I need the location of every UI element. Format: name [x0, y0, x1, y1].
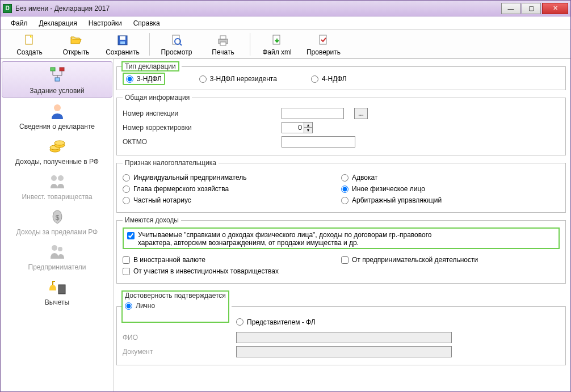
- tool-preview[interactable]: Просмотр: [153, 32, 200, 56]
- coins-icon: [47, 136, 68, 157]
- radio-advocate[interactable]: Адвокат: [341, 174, 560, 182]
- minimize-button[interactable]: —: [501, 3, 520, 14]
- input-inspection[interactable]: [282, 108, 344, 119]
- radio-4ndfl[interactable]: 4-НДФЛ: [311, 75, 347, 83]
- input-oktmo[interactable]: [282, 136, 355, 147]
- radio-3ndfl-nonres-input[interactable]: [199, 75, 207, 83]
- svg-point-21: [51, 175, 57, 181]
- menu-file[interactable]: Файл: [6, 18, 32, 29]
- spinner-correction[interactable]: ▲▼: [282, 122, 313, 133]
- maximize-button[interactable]: ▢: [522, 3, 541, 14]
- body-area: Задание условий Сведения о декларанте До…: [1, 58, 570, 391]
- check-spravki-input[interactable]: [127, 232, 135, 239]
- money-bag-icon: $: [47, 206, 68, 227]
- app-window: D Без имени - Декларация 2017 — ▢ ✕ Файл…: [0, 0, 571, 392]
- radio-self[interactable]: Лично: [125, 302, 155, 310]
- check-spravki[interactable]: Учитываемые "справками о доходах физичес…: [127, 231, 555, 247]
- radio-other-person[interactable]: Иное физическое лицо: [341, 185, 560, 193]
- new-file-icon: [23, 33, 36, 47]
- inspection-lookup-button[interactable]: ...: [354, 108, 368, 119]
- radio-repr-input[interactable]: [236, 318, 243, 326]
- radio-ip[interactable]: Индивидуальный предприниматель: [123, 174, 341, 182]
- radio-repr[interactable]: Представителем - ФЛ: [236, 318, 316, 326]
- legend-trust: Достоверность подтверждается: [125, 292, 226, 300]
- menu-settings[interactable]: Настройки: [84, 18, 127, 29]
- menubar: Файл Декларация Настройки Справка: [1, 16, 570, 30]
- tool-print[interactable]: Печать: [200, 32, 246, 56]
- check-foreign-input[interactable]: [123, 256, 130, 264]
- radio-label: Представителем - ФЛ: [247, 318, 316, 326]
- invest-icon: [47, 171, 68, 192]
- radio-arbitr[interactable]: Арбитражный управляющий: [341, 196, 560, 204]
- sidebar-label: Вычеты: [45, 298, 69, 306]
- menu-help[interactable]: Справка: [129, 18, 165, 29]
- radio-3ndfl-input[interactable]: [126, 75, 133, 83]
- svg-text:$: $: [55, 214, 59, 222]
- radio-3ndfl-nonres[interactable]: 3-НДФЛ нерезидента: [199, 75, 277, 83]
- svg-line-7: [180, 44, 182, 45]
- sidebar-label: Доходы за пределами РФ: [16, 228, 98, 236]
- check-label: Учитываемые "справками о доходах физичес…: [138, 231, 444, 247]
- svg-rect-12: [320, 35, 326, 44]
- radio-ip-input[interactable]: [123, 174, 130, 182]
- spin-down[interactable]: ▼: [304, 128, 312, 133]
- radio-notary-input[interactable]: [123, 197, 130, 204]
- svg-rect-3: [120, 36, 125, 40]
- input-correction[interactable]: [282, 122, 304, 133]
- fieldset-decl-type: Тип декларации 3-НДФЛ 3-НДФЛ нерезидента…: [116, 61, 566, 90]
- sidebar-label: Доходы, полученные в РФ: [15, 158, 99, 166]
- check-invest-income-input[interactable]: [123, 268, 130, 275]
- fieldset-income: Имеются доходы Учитываемые "справками о …: [116, 216, 566, 284]
- spin-up[interactable]: ▲: [304, 123, 312, 128]
- tool-check[interactable]: Проверить: [300, 32, 347, 56]
- sidebar-item-income-abroad[interactable]: $ Доходы за пределами РФ: [2, 203, 112, 238]
- check-business[interactable]: От предпринимательской деятельности: [341, 256, 560, 264]
- radio-label: Частный нотариус: [133, 196, 191, 204]
- close-button[interactable]: ✕: [542, 3, 568, 14]
- fieldset-taxpayer: Признак налогоплательщика Индивидуальный…: [116, 159, 566, 213]
- svg-point-20: [54, 141, 65, 145]
- label-inspection: Номер инспекции: [123, 109, 219, 117]
- tool-xml[interactable]: Файл xml: [254, 32, 300, 56]
- sidebar-item-deductions[interactable]: Вычеты: [2, 273, 112, 309]
- radio-4ndfl-input[interactable]: [311, 75, 318, 83]
- sidebar-item-entrepreneurs[interactable]: Предприниматели: [2, 238, 112, 273]
- radio-farmer[interactable]: Глава фермерского хозяйства: [123, 185, 341, 193]
- radio-self-input[interactable]: [125, 302, 132, 310]
- tool-open[interactable]: Открыть: [53, 32, 99, 56]
- tool-save[interactable]: Сохранить: [99, 32, 146, 56]
- check-invest-income[interactable]: От участия в инвестиционных товарищества…: [123, 267, 341, 275]
- highlight-income-spravki: Учитываемые "справками о доходах физичес…: [123, 227, 560, 249]
- sidebar-label: Задание условий: [30, 87, 84, 95]
- legend-general: Общая информация: [123, 94, 192, 102]
- radio-other-person-input[interactable]: [341, 186, 349, 193]
- radio-advocate-input[interactable]: [341, 174, 349, 182]
- label-fio: ФИО: [123, 334, 174, 342]
- radio-label: 4-НДФЛ: [322, 75, 347, 83]
- svg-rect-4: [120, 41, 125, 44]
- legend-decl-type: Тип декларации: [125, 62, 176, 70]
- sidebar-item-declarant[interactable]: Сведения о декларанте: [2, 98, 112, 133]
- sidebar-item-income-rf[interactable]: Доходы, полученные в РФ: [2, 133, 112, 168]
- printer-icon: [216, 33, 230, 47]
- titlebar: D Без имени - Декларация 2017 — ▢ ✕: [1, 1, 570, 16]
- tool-label: Проверить: [307, 48, 341, 56]
- person-icon: [47, 101, 68, 121]
- menu-declaration[interactable]: Декларация: [35, 18, 82, 29]
- svg-point-22: [58, 175, 64, 181]
- radio-notary[interactable]: Частный нотариус: [123, 196, 341, 204]
- window-title: Без имени - Декларация 2017: [15, 5, 110, 12]
- svg-point-25: [58, 247, 62, 251]
- tool-create[interactable]: Создать: [6, 32, 53, 56]
- check-business-input[interactable]: [341, 256, 349, 264]
- svg-rect-14: [60, 68, 64, 71]
- radio-label: Арбитражный управляющий: [352, 196, 442, 204]
- radio-3ndfl[interactable]: 3-НДФЛ: [123, 73, 165, 85]
- radio-farmer-input[interactable]: [123, 186, 130, 193]
- save-icon: [116, 33, 129, 47]
- check-foreign[interactable]: В иностранной валюте: [123, 256, 341, 264]
- legend-income: Имеются доходы: [123, 216, 181, 224]
- radio-arbitr-input[interactable]: [341, 197, 349, 204]
- sidebar-item-invest[interactable]: Инвест. товарищества: [2, 168, 112, 203]
- sidebar-item-conditions[interactable]: Задание условий: [2, 61, 112, 98]
